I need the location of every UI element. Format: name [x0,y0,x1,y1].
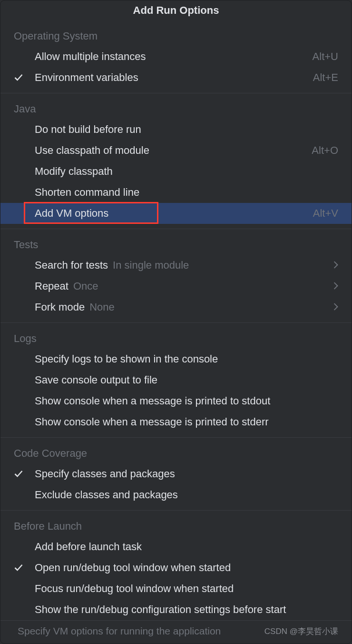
menu-item-label: Specify logs to be shown in the console [35,353,218,365]
menu-item-hint: Once [73,280,98,292]
divider [0,322,352,323]
section-header-tests: Tests [0,234,352,255]
menu-item-fork-mode[interactable]: Fork mode None [0,297,352,318]
menu-item-label: Environment variables [35,71,138,84]
menu-item-hint: In single module [113,259,189,272]
menu-item-focus-tool-window[interactable]: Focus run/debug tool window when started [0,578,352,599]
menu-item-specify-classes-packages[interactable]: Specify classes and packages [0,463,352,484]
menu-item-shorten-command-line[interactable]: Shorten command line [0,182,352,203]
section-header-java: Java [0,98,352,119]
menu-item-label: Show console when a message is printed t… [35,395,270,407]
menu-content: Operating System Allow multiple instance… [0,25,352,620]
menu-item-label: Search for tests [35,259,108,272]
menu-item-add-vm-options[interactable]: Add VM options Alt+V [0,203,352,224]
menu-item-label: Allow multiple instances [35,50,146,63]
menu-item-label: Open run/debug tool window when started [35,562,231,574]
menu-item-label: Show the run/debug configuration setting… [35,604,286,616]
menu-item-shortcut: Alt+V [313,207,338,220]
menu-item-environment-variables[interactable]: Environment variables Alt+E [0,67,352,88]
menu-item-label: Use classpath of module [35,144,149,157]
menu-item-shortcut: Alt+U [313,50,338,63]
divider [0,229,352,229]
menu-item-search-for-tests[interactable]: Search for tests In single module [0,255,352,276]
divider [0,437,352,438]
check-icon [14,563,35,573]
section-header-coverage: Code Coverage [0,443,352,463]
menu-item-label: Save console output to file [35,374,157,386]
menu-item-add-before-launch-task[interactable]: Add before launch task [0,536,352,557]
menu-item-allow-multiple-instances[interactable]: Allow multiple instances Alt+U [0,46,352,67]
divider [0,93,352,93]
section-header-logs: Logs [0,328,352,349]
menu-item-shortcut: Alt+E [313,71,338,84]
check-icon [14,73,35,82]
menu-item-label: Add before launch task [35,541,142,553]
menu-item-show-console-stderr[interactable]: Show console when a message is printed t… [0,412,352,433]
menu-item-use-classpath-of-module[interactable]: Use classpath of module Alt+O [0,140,352,161]
menu-item-label: Add VM options [35,207,108,220]
menu-item-shortcut: Alt+O [312,144,338,157]
menu-item-exclude-classes-packages[interactable]: Exclude classes and packages [0,484,352,505]
menu-item-hint: None [89,301,115,313]
add-run-options-panel: Add Run Options Operating System Allow m… [0,0,352,644]
menu-item-label: Fork mode [35,301,85,313]
watermark: CSDN @李昊哲小课 [264,626,338,637]
chevron-right-icon [330,259,338,272]
menu-item-specify-logs[interactable]: Specify logs to be shown in the console [0,349,352,370]
menu-item-save-console-output[interactable]: Save console output to file [0,370,352,391]
menu-item-show-config-before-start[interactable]: Show the run/debug configuration setting… [0,599,352,620]
menu-item-repeat[interactable]: Repeat Once [0,276,352,297]
menu-item-label: Repeat [35,280,68,292]
menu-item-label: Modify classpath [35,165,113,178]
menu-item-label: Specify classes and packages [35,468,175,480]
menu-item-label: Focus run/debug tool window when started [35,583,234,595]
footer: Specify VM options for running the appli… [0,620,352,644]
menu-item-label: Exclude classes and packages [35,489,178,501]
menu-item-do-not-build-before-run[interactable]: Do not build before run [0,119,352,140]
chevron-right-icon [330,280,338,292]
menu-item-label: Shorten command line [35,186,139,199]
menu-item-label: Do not build before run [35,123,141,136]
section-header-os: Operating System [0,25,352,46]
chevron-right-icon [330,301,338,313]
footer-hint: Specify VM options for running the appli… [18,625,221,637]
check-icon [14,469,35,479]
divider [0,510,352,511]
menu-item-show-console-stdout[interactable]: Show console when a message is printed t… [0,391,352,412]
menu-item-open-tool-window[interactable]: Open run/debug tool window when started [0,557,352,578]
panel-title: Add Run Options [0,0,352,25]
menu-item-modify-classpath[interactable]: Modify classpath [0,161,352,182]
menu-item-label: Show console when a message is printed t… [35,416,269,428]
section-header-before-launch: Before Launch [0,515,352,536]
